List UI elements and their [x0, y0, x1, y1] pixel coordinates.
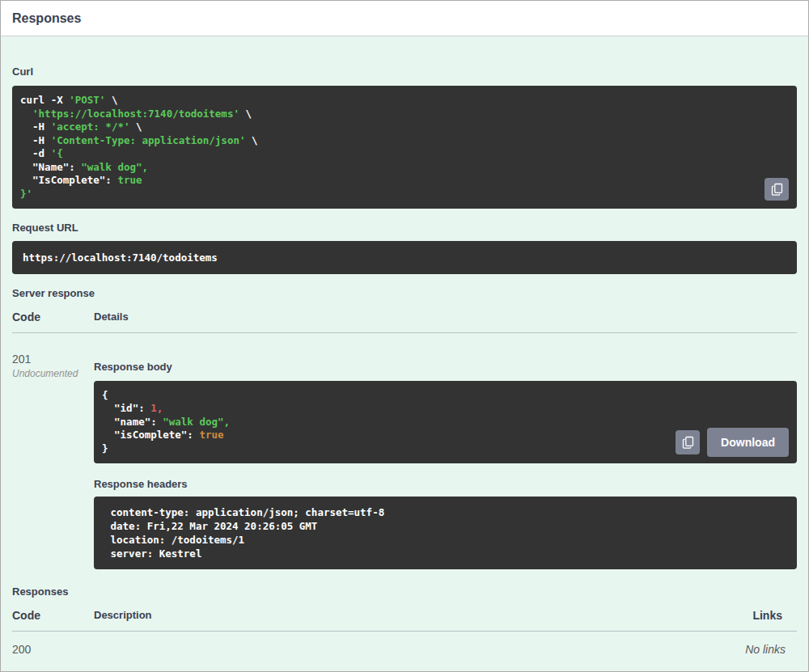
server-response-row: 201 Undocumented Response body { "id": 1…	[12, 333, 797, 570]
response-headers-block: content-type: application/json; charset=…	[94, 497, 797, 569]
status-code: 201	[12, 353, 94, 366]
responses-code-header: Code	[12, 609, 94, 622]
response-headers-code: content-type: application/json; charset=…	[104, 505, 786, 560]
responses-title: Responses	[12, 11, 797, 26]
code-column-header: Code	[12, 311, 94, 323]
swagger-responses-panel: Responses Curl curl -X 'POST' \ 'https:/…	[0, 0, 809, 672]
response-headers-label: Response headers	[94, 478, 797, 490]
responses-table-head: Code Description Links	[12, 609, 797, 632]
status-code-cell: 201 Undocumented	[12, 353, 94, 570]
request-url-bar: https://localhost:7140/todoitems	[12, 241, 797, 274]
request-url-value: https://localhost:7140/todoitems	[23, 251, 218, 264]
copy-curl-button[interactable]	[765, 178, 789, 201]
curl-label: Curl	[12, 66, 797, 78]
response-details-cell: Response body { "id": 1, "name": "walk d…	[94, 353, 797, 570]
response-description-200	[94, 643, 745, 656]
copy-icon	[682, 436, 694, 449]
download-button[interactable]: Download	[707, 428, 789, 457]
response-body-label: Response body	[94, 361, 797, 373]
response-body-actions: Download	[676, 428, 789, 457]
responses-list-label: Responses	[12, 585, 797, 598]
undocumented-note: Undocumented	[12, 368, 94, 379]
server-response-table: Code Details 201 Undocumented Response b…	[12, 311, 797, 570]
server-response-table-head: Code Details	[12, 311, 797, 333]
responses-body: Curl curl -X 'POST' \ 'https://localhost…	[1, 36, 808, 672]
responses-section-header: Responses	[1, 1, 808, 36]
responses-table: Code Description Links 200 No links	[12, 609, 797, 656]
details-column-header: Details	[94, 311, 797, 323]
request-url-label: Request URL	[12, 222, 797, 234]
response-links-200: No links	[745, 643, 797, 656]
curl-command: curl -X 'POST' \ 'https://localhost:7140…	[20, 94, 789, 201]
responses-row-200: 200 No links	[12, 632, 797, 656]
responses-description-header: Description	[94, 609, 752, 622]
responses-links-header: Links	[752, 609, 797, 622]
curl-code-block: curl -X 'POST' \ 'https://localhost:7140…	[12, 86, 797, 209]
response-code-200: 200	[12, 643, 94, 656]
copy-response-button[interactable]	[676, 430, 700, 454]
server-response-label: Server response	[12, 287, 797, 299]
response-body-block: { "id": 1, "name": "walk dog", "isComple…	[94, 381, 797, 464]
copy-icon	[771, 183, 783, 196]
